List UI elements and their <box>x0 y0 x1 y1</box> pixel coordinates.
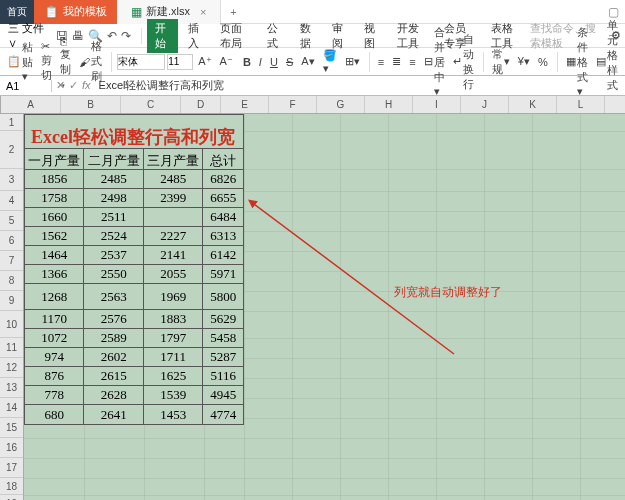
strike-button[interactable]: S <box>283 55 296 69</box>
row-header-8[interactable]: 8 <box>0 271 23 291</box>
table-title: Excel轻松调整行高和列宽 <box>25 115 243 149</box>
table-row: 974260217115287 <box>25 348 243 367</box>
spreadsheet-grid: ABCDEFGHIJKLM 12345678910111213141516171… <box>0 96 625 500</box>
col-header-K[interactable]: K <box>509 96 557 113</box>
row-header-4[interactable]: 4 <box>0 191 23 211</box>
bold-button[interactable]: B <box>240 55 254 69</box>
table-cell: 2524 <box>84 227 143 245</box>
row-header-10[interactable]: 10 <box>0 311 23 338</box>
template-icon: 📋 <box>44 5 59 19</box>
row-header-3[interactable]: 3 <box>0 169 23 191</box>
cancel-icon[interactable]: ✕ <box>56 79 65 92</box>
col-header-A[interactable]: A <box>1 96 61 113</box>
table-cell: 2550 <box>84 265 143 283</box>
fx-icon[interactable]: fx <box>82 79 91 92</box>
table-cell: 1072 <box>25 329 84 347</box>
table-cell: 5629 <box>203 310 243 328</box>
underline-button[interactable]: U <box>267 55 281 69</box>
row-header-11[interactable]: 11 <box>0 338 23 358</box>
cell-style-button[interactable]: ▤单元格样式▾ <box>593 17 621 107</box>
table-cell: 2055 <box>144 265 203 283</box>
row-header-13[interactable]: 13 <box>0 378 23 398</box>
redo-icon[interactable]: ↷ <box>121 29 131 43</box>
table-row: 778262815394945 <box>25 386 243 405</box>
table-cell: 1464 <box>25 246 84 264</box>
align-right-icon[interactable]: ≡ <box>406 55 418 69</box>
row-header-19[interactable]: 19 <box>0 495 23 500</box>
enter-icon[interactable]: ✓ <box>69 79 78 92</box>
font-increase-icon[interactable]: A⁺ <box>195 54 214 69</box>
row-header-1[interactable]: 1 <box>0 114 23 131</box>
col-header-I[interactable]: I <box>413 96 461 113</box>
tab-close-icon[interactable]: × <box>200 6 206 18</box>
table-header-cell: 总计 <box>203 149 243 169</box>
table-cell <box>144 208 203 226</box>
table-cell: 2227 <box>144 227 203 245</box>
col-header-D[interactable]: D <box>181 96 221 113</box>
data-table: Excel轻松调整行高和列宽 一月产量二月产量三月产量总计 1856248524… <box>24 114 244 425</box>
spreadsheet-icon: ▦ <box>131 5 142 19</box>
table-row: 1758249823996655 <box>25 189 243 208</box>
tab-templates-label: 我的模板 <box>63 4 107 19</box>
table-row: 166025116484 <box>25 208 243 227</box>
table-cell: 2141 <box>144 246 203 264</box>
ribbon-tab-插入[interactable]: 插入 <box>180 19 210 53</box>
table-row: 1856248524856826 <box>25 170 243 189</box>
row-header-9[interactable]: 9 <box>0 291 23 311</box>
percent-button[interactable]: % <box>535 55 551 69</box>
row-header-7[interactable]: 7 <box>0 251 23 271</box>
col-header-B[interactable]: B <box>61 96 121 113</box>
table-cell: 5458 <box>203 329 243 347</box>
table-header-cell: 二月产量 <box>84 149 143 169</box>
undo-icon[interactable]: ↶ <box>107 29 117 43</box>
font-color-button[interactable]: A▾ <box>298 54 317 69</box>
table-cell: 1660 <box>25 208 84 226</box>
number-format-select[interactable]: 常规▾ <box>489 46 513 78</box>
row-header-16[interactable]: 16 <box>0 438 23 458</box>
col-header-H[interactable]: H <box>365 96 413 113</box>
row-header-18[interactable]: 18 <box>0 478 23 495</box>
col-header-C[interactable]: C <box>121 96 181 113</box>
table-cell: 2576 <box>84 310 143 328</box>
col-header-M[interactable]: M <box>605 96 625 113</box>
row-header-12[interactable]: 12 <box>0 358 23 378</box>
border-button[interactable]: ⊞▾ <box>342 54 363 69</box>
col-header-F[interactable]: F <box>269 96 317 113</box>
table-cell: 1969 <box>144 284 203 309</box>
row-header-15[interactable]: 15 <box>0 418 23 438</box>
col-header-J[interactable]: J <box>461 96 509 113</box>
table-cell: 6655 <box>203 189 243 207</box>
col-header-G[interactable]: G <box>317 96 365 113</box>
table-cell: 5971 <box>203 265 243 283</box>
cells-area[interactable]: Excel轻松调整行高和列宽 一月产量二月产量三月产量总计 1856248524… <box>24 114 625 500</box>
align-center-icon[interactable]: ≣ <box>389 54 404 69</box>
col-header-L[interactable]: L <box>557 96 605 113</box>
table-cell: 876 <box>25 367 84 385</box>
font-name-select[interactable] <box>117 54 165 70</box>
col-header-E[interactable]: E <box>221 96 269 113</box>
table-cell: 1539 <box>144 386 203 404</box>
italic-button[interactable]: I <box>256 55 265 69</box>
formula-input[interactable]: Excel轻松调整行高和列宽 <box>95 78 625 93</box>
row-header-6[interactable]: 6 <box>0 231 23 251</box>
table-cell: 2485 <box>84 170 143 188</box>
align-left-icon[interactable]: ≡ <box>375 55 387 69</box>
font-decrease-icon[interactable]: A⁻ <box>217 54 236 69</box>
paste-button[interactable]: 📋粘贴▾ <box>4 39 36 84</box>
table-header-row: 一月产量二月产量三月产量总计 <box>25 149 243 170</box>
tab-document-label: 新建.xlsx <box>146 4 190 19</box>
table-cell: 2563 <box>84 284 143 309</box>
row-header-14[interactable]: 14 <box>0 398 23 418</box>
table-cell: 2511 <box>84 208 143 226</box>
ribbon-tab-开始[interactable]: 开始 <box>147 19 177 53</box>
table-row: 876261516255116 <box>25 367 243 386</box>
row-header-5[interactable]: 5 <box>0 211 23 231</box>
cut-button[interactable]: ✂ 剪切 <box>38 39 55 84</box>
row-header-2[interactable]: 2 <box>0 131 23 169</box>
currency-button[interactable]: ¥▾ <box>515 54 533 69</box>
name-box[interactable]: A1 <box>0 80 52 92</box>
table-cell: 6484 <box>203 208 243 226</box>
fill-color-button[interactable]: 🪣▾ <box>320 48 340 76</box>
font-size-select[interactable] <box>167 54 193 70</box>
row-header-17[interactable]: 17 <box>0 458 23 478</box>
